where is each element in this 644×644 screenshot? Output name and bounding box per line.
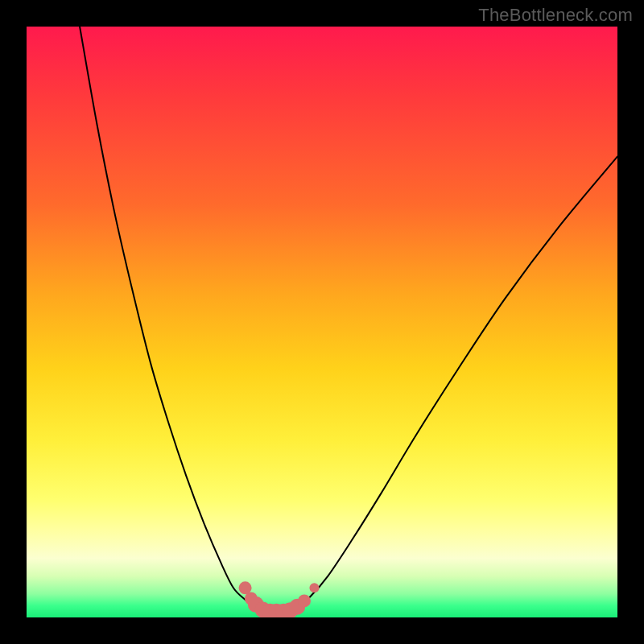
watermark-label: TheBottleneck.com [478, 5, 633, 26]
line-group [80, 27, 617, 612]
chart-frame: TheBottleneck.com [0, 0, 644, 644]
marker-dot [298, 594, 311, 607]
series-right-curve [299, 156, 617, 605]
marker-dot [309, 583, 319, 592]
plot-area [27, 27, 617, 617]
series-left-curve [80, 27, 263, 609]
marker-group [239, 581, 320, 617]
curve-layer [27, 27, 617, 617]
